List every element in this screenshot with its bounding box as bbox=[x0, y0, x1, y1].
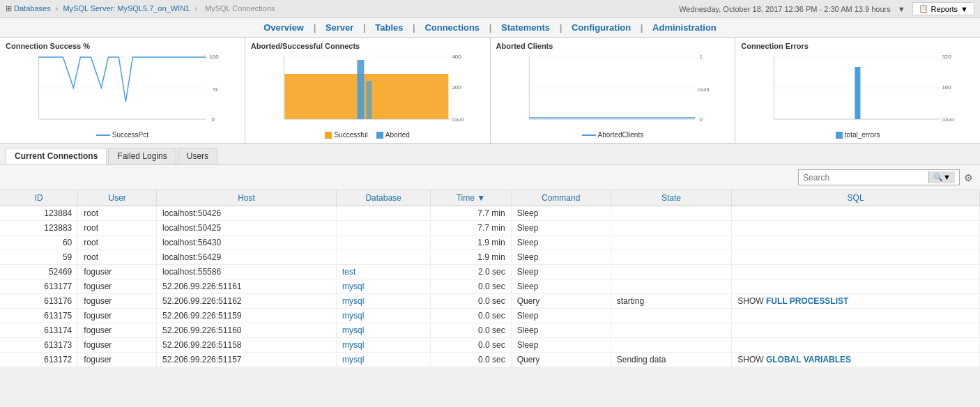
table-row: 613173 foguser 52.206.99.226:51158 mysql… bbox=[0, 338, 980, 353]
chart-legend-2: Successful Aborted bbox=[251, 131, 484, 139]
cell-sql bbox=[732, 221, 980, 236]
cell-command: Query bbox=[511, 353, 611, 367]
col-header-id[interactable]: ID bbox=[0, 190, 78, 206]
cell-sql bbox=[732, 236, 980, 250]
filter-icon[interactable]: ⚙ bbox=[964, 172, 973, 183]
cell-sql bbox=[732, 338, 980, 353]
cell-command: Sleep bbox=[511, 279, 611, 294]
legend-box-successful bbox=[325, 132, 332, 139]
breadcrumb-databases[interactable]: Databases bbox=[14, 4, 51, 13]
chart-legend-4: total_errors bbox=[741, 131, 974, 139]
nav-statements[interactable]: Statements bbox=[501, 22, 550, 33]
nav-server[interactable]: Server bbox=[326, 22, 353, 33]
cell-command: Sleep bbox=[511, 309, 611, 323]
nav-administration[interactable]: Administration bbox=[652, 22, 717, 33]
svg-text:count: count bbox=[942, 117, 954, 122]
svg-rect-53 bbox=[855, 67, 861, 119]
cell-command: Sleep bbox=[511, 250, 611, 265]
nav-bar: Overview | Server | Tables | Connections… bbox=[0, 18, 980, 38]
table-row: 613177 foguser 52.206.99.226:51161 mysql… bbox=[0, 279, 980, 294]
chart-svg-2: 400 200 count 0 13:00 16:00 19:00 22:00 … bbox=[251, 53, 484, 123]
cell-user: root bbox=[78, 250, 157, 265]
col-header-host[interactable]: Host bbox=[157, 190, 337, 206]
cell-state bbox=[611, 236, 731, 250]
table-row: 613172 foguser 52.206.99.226:51157 mysql… bbox=[0, 353, 980, 367]
nav-configuration[interactable]: Configuration bbox=[572, 22, 631, 33]
db-link[interactable]: mysql bbox=[342, 282, 364, 291]
cell-sql bbox=[732, 265, 980, 279]
cell-database: mysql bbox=[336, 279, 430, 294]
col-header-user[interactable]: User bbox=[78, 190, 157, 206]
nav-tables[interactable]: Tables bbox=[375, 22, 403, 33]
cell-command: Query bbox=[511, 294, 611, 309]
cell-time: 7.7 min bbox=[431, 206, 512, 221]
nav-connections[interactable]: Connections bbox=[424, 22, 480, 33]
cell-user: root bbox=[78, 221, 157, 236]
cell-database bbox=[336, 250, 430, 265]
search-box: 🔍▼ bbox=[798, 169, 960, 185]
cell-state: starting bbox=[611, 294, 731, 309]
breadcrumb-server[interactable]: MySQL Server: MySQL5.7_on_WIN1 bbox=[63, 4, 190, 13]
chart-svg-1: 100 % 0 13:00 16:00 19:00 22:00 01:00 bbox=[6, 53, 239, 123]
legend-dot-abortedclients bbox=[582, 135, 596, 136]
cell-host: 52.206.99.226:51158 bbox=[157, 338, 337, 353]
chart-svg-4: 320 160 count 0 13:00 16:00 19:00 22:00 … bbox=[741, 53, 974, 123]
tab-current-connections[interactable]: Current Connections bbox=[6, 148, 107, 164]
db-link[interactable]: mysql bbox=[342, 340, 364, 350]
db-link[interactable]: mysql bbox=[342, 311, 364, 321]
search-input[interactable] bbox=[803, 173, 928, 183]
cell-user: foguser bbox=[78, 338, 157, 353]
col-header-time[interactable]: Time ▼ bbox=[431, 190, 512, 206]
cell-time: 1.9 min bbox=[431, 250, 512, 265]
cell-host: 52.206.99.226:51162 bbox=[157, 294, 337, 309]
table-row: 613175 foguser 52.206.99.226:51159 mysql… bbox=[0, 309, 980, 323]
cell-host: 52.206.99.226:51157 bbox=[157, 353, 337, 367]
cell-host: localhost:56430 bbox=[157, 236, 337, 250]
col-header-state[interactable]: State bbox=[611, 190, 731, 206]
cell-sql bbox=[732, 250, 980, 265]
svg-text:160: 160 bbox=[942, 84, 952, 91]
connections-table-container[interactable]: ID User Host Database Time ▼ Command Sta… bbox=[0, 190, 980, 367]
db-link[interactable]: test bbox=[342, 267, 355, 277]
sql-show: SHOW bbox=[737, 296, 766, 306]
cell-database: mysql bbox=[336, 353, 430, 367]
cell-id: 613176 bbox=[0, 294, 78, 309]
table-section: 🔍▼ ⚙ ID User Host Database Time ▼ Comman… bbox=[0, 165, 980, 367]
col-header-database[interactable]: Database bbox=[336, 190, 430, 206]
col-header-command[interactable]: Command bbox=[511, 190, 611, 206]
chart-title-1: Connection Success % bbox=[6, 42, 239, 50]
db-link[interactable]: mysql bbox=[342, 296, 364, 306]
tab-users[interactable]: Users bbox=[178, 148, 217, 164]
col-header-sql[interactable]: SQL bbox=[732, 190, 980, 206]
cell-host: localhost:55586 bbox=[157, 265, 337, 279]
svg-text:count: count bbox=[452, 117, 464, 122]
table-row: 123883 root localhost:50425 7.7 min Slee… bbox=[0, 221, 980, 236]
svg-text:%: % bbox=[213, 86, 217, 93]
nav-overview[interactable]: Overview bbox=[263, 22, 304, 33]
cell-database: test bbox=[336, 265, 430, 279]
reports-button[interactable]: 📋 Reports ▼ bbox=[912, 2, 974, 15]
cell-state bbox=[611, 221, 731, 236]
cell-user: foguser bbox=[78, 279, 157, 294]
cell-user: foguser bbox=[78, 323, 157, 338]
chart-svg-3: 1 count 0 13:00 16:00 19:00 22:00 01:00 bbox=[496, 53, 730, 123]
db-link[interactable]: mysql bbox=[342, 325, 364, 335]
svg-rect-25 bbox=[366, 81, 372, 119]
cell-id: 123884 bbox=[0, 206, 78, 221]
cell-id: 613173 bbox=[0, 338, 78, 353]
cell-database: mysql bbox=[336, 309, 430, 323]
cell-user: foguser bbox=[78, 309, 157, 323]
cell-command: Sleep bbox=[511, 236, 611, 250]
cell-state bbox=[611, 279, 731, 294]
chart-connection-success: Connection Success % 100 % 0 13:00 16:00 bbox=[0, 38, 245, 143]
sql-keyword: FULL PROCESSLIST bbox=[766, 296, 848, 306]
cell-sql: SHOW FULL PROCESSLIST bbox=[732, 294, 980, 309]
table-row: 123884 root localhost:50426 7.7 min Slee… bbox=[0, 206, 980, 221]
chart-legend-3: AbortedClients bbox=[496, 131, 730, 139]
chart-aborted-clients: Aborted Clients 1 count 0 13:00 16:00 19… bbox=[491, 38, 736, 143]
cell-time: 2.0 sec bbox=[431, 265, 512, 279]
search-submit-button[interactable]: 🔍▼ bbox=[928, 171, 955, 183]
tab-failed-logins[interactable]: Failed Logins bbox=[108, 148, 176, 164]
svg-text:200: 200 bbox=[452, 84, 461, 91]
db-link[interactable]: mysql bbox=[342, 355, 364, 364]
